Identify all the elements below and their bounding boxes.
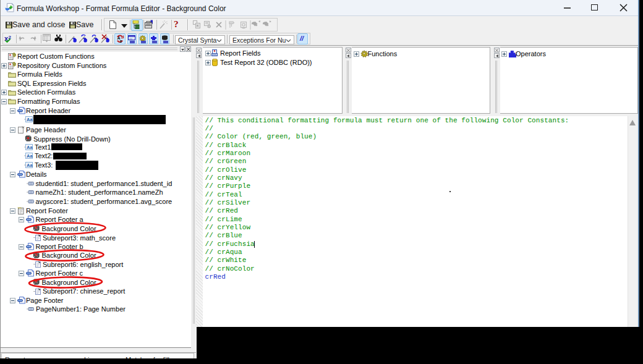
svg-text:Aa: Aa <box>27 116 33 122</box>
svg-text:Aa: Aa <box>27 162 33 167</box>
svg-text:z: z <box>120 39 122 43</box>
svg-text:Aa: Aa <box>27 144 33 150</box>
svg-text:Aa: Aa <box>27 153 33 159</box>
